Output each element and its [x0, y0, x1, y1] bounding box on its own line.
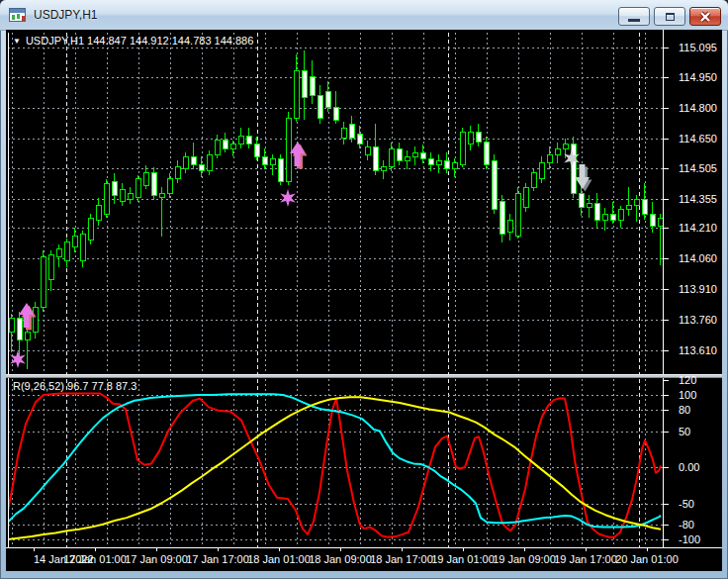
candle-body — [270, 158, 275, 164]
candle-body — [230, 145, 235, 148]
candle-body — [318, 95, 322, 118]
indicator-axis-label: 50 — [679, 426, 690, 437]
candle-body — [484, 143, 489, 165]
candle-body — [246, 137, 251, 145]
candle-body — [25, 333, 30, 340]
price-axis-label: 114.060 — [679, 252, 717, 264]
candle-body — [610, 214, 615, 220]
price-axis-label: 114.355 — [679, 193, 717, 205]
candle-body — [310, 77, 315, 96]
price-axis-label: 113.760 — [679, 314, 717, 326]
candle-body — [199, 165, 204, 171]
candle-body — [523, 187, 528, 208]
minimize-button[interactable] — [618, 7, 650, 26]
candle-body — [602, 214, 607, 220]
chart-background — [6, 30, 722, 571]
candle-body — [80, 235, 85, 261]
time-axis-label: 17 Jan 01:00 — [63, 553, 127, 565]
candle-body — [547, 154, 552, 162]
candle-body — [278, 158, 283, 181]
indicator-name: R(9,26,52) — [13, 380, 64, 392]
indicator-axis-label: 0.00 — [679, 461, 699, 473]
candle-body — [492, 160, 497, 209]
chart-header-symbol: USDJPY,H1 — [26, 35, 84, 47]
candle-body — [88, 218, 93, 241]
candle-body — [262, 156, 267, 164]
candle-body — [405, 156, 410, 160]
indicator-axis-label: 120 — [679, 374, 696, 386]
candle-body — [626, 206, 631, 210]
candle-body — [9, 318, 14, 332]
candle-body — [349, 124, 354, 138]
close-icon — [698, 11, 712, 23]
candle-body — [48, 254, 53, 279]
price-axis-label: 115.095 — [679, 42, 717, 53]
candle-body — [658, 218, 663, 226]
candle-body — [579, 193, 584, 207]
mt4-chart-window: USDJPY,H1 ▼USDJPY,H1 144.847 144.912 144… — [0, 0, 728, 579]
indicator-header: R(9,26,52) 96.7 77.8 87.3 — [13, 380, 136, 392]
candle-body — [294, 71, 299, 118]
titlebar[interactable]: USDJPY,H1 — [0, 0, 728, 31]
candle-body — [412, 152, 417, 156]
candle-body — [531, 173, 536, 187]
time-axis-label: 19 Jan 17:00 — [554, 553, 617, 565]
restore-button[interactable] — [654, 7, 685, 26]
candle-body — [191, 156, 196, 164]
indicator-axis-label: -100 — [679, 533, 700, 545]
candle-body — [72, 237, 77, 246]
time-axis-label: 17 Jan 17:00 — [186, 553, 249, 565]
candle-body — [436, 160, 441, 164]
candle-body — [286, 118, 291, 181]
candle-body — [56, 248, 61, 256]
candle-body — [302, 71, 307, 98]
time-axis-label: 18 Jan 17:00 — [370, 553, 433, 565]
chart-header-ohlc: 144.847 144.912 144.783 144.886 — [87, 35, 253, 47]
candle-body — [96, 206, 101, 220]
candle-body — [120, 189, 125, 201]
candle-body — [112, 181, 117, 195]
price-axis-label: 114.650 — [679, 133, 717, 145]
candle-body — [468, 133, 473, 145]
minimize-icon — [628, 19, 640, 22]
candle-body — [389, 148, 394, 167]
candle-body — [41, 256, 46, 308]
candle-body — [128, 193, 133, 199]
candle-body — [365, 146, 370, 154]
candle-body — [555, 148, 560, 154]
indicator-values: 96.7 77.8 87.3 — [67, 380, 136, 392]
candle-body — [634, 200, 639, 206]
candle-body — [325, 91, 330, 107]
candle-body — [223, 141, 228, 148]
candle-body — [333, 108, 338, 120]
price-axis-label: 113.610 — [679, 344, 717, 356]
candle-body — [254, 145, 259, 156]
candle-body — [500, 202, 504, 235]
window-title: USDJPY,H1 — [34, 8, 97, 22]
indicator-axis-label: -80 — [679, 519, 694, 531]
candle-body — [381, 167, 386, 171]
price-axis: 115.095114.950114.800114.650114.505114.3… — [667, 30, 722, 547]
candle-body — [104, 183, 109, 214]
candle-body — [420, 152, 425, 158]
candle-body — [594, 204, 599, 220]
candle-body — [341, 128, 346, 138]
candle-body — [452, 163, 457, 169]
candle-body — [151, 173, 156, 196]
time-axis-label: 19 Jan 01:00 — [431, 553, 495, 565]
candle-body — [64, 242, 69, 261]
candle-body — [136, 179, 140, 198]
time-axis-label: 19 Jan 09:00 — [493, 553, 556, 565]
candle-body — [215, 141, 220, 154]
candle-body — [428, 158, 433, 164]
candle-body — [539, 163, 544, 179]
chart-client-area: ▼USDJPY,H1 144.847 144.912 144.783 144.8… — [6, 30, 722, 571]
time-axis-label: 20 Jan 01:00 — [615, 553, 679, 565]
close-button[interactable] — [689, 7, 721, 26]
chevron-down-icon[interactable]: ▼ — [13, 37, 21, 46]
candle-body — [183, 156, 188, 168]
indicator-axis-label: 80 — [679, 404, 690, 416]
candle-body — [397, 148, 402, 160]
chart-canvas[interactable] — [6, 30, 722, 571]
candle-body — [460, 133, 465, 165]
